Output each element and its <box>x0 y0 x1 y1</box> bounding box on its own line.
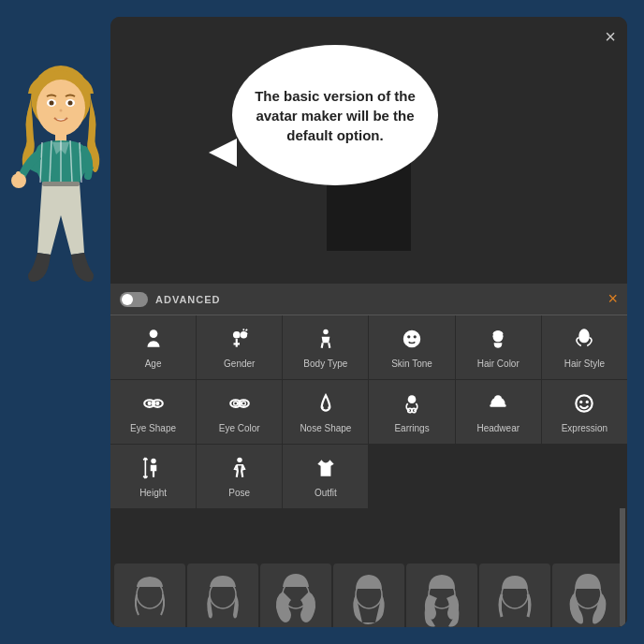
eye-color-label: Eye Color <box>219 423 260 434</box>
option-hair-color[interactable]: Hair Color <box>456 315 541 379</box>
skin-tone-icon <box>400 327 424 355</box>
skin-tone-label: Skin Tone <box>391 359 432 370</box>
hair-color-icon <box>486 327 510 355</box>
hair-thumb-3[interactable] <box>260 564 331 627</box>
svg-point-52 <box>60 110 63 112</box>
option-age[interactable]: Age <box>110 315 196 379</box>
body-type-label: Body Type <box>303 359 347 370</box>
toggle-knob <box>122 294 133 305</box>
hair-style-icon <box>572 327 596 355</box>
earrings-label: Earrings <box>394 423 429 434</box>
svg-point-19 <box>242 402 245 405</box>
option-pose[interactable]: Pose <box>197 445 282 508</box>
option-hair-style[interactable]: Hair Style <box>542 315 627 379</box>
svg-point-5 <box>407 335 410 338</box>
svg-rect-25 <box>490 404 506 407</box>
hair-thumb-4[interactable] <box>333 564 404 627</box>
svg-point-28 <box>580 401 583 403</box>
option-expression[interactable]: Expression <box>542 380 627 444</box>
height-icon <box>141 456 166 484</box>
svg-rect-60 <box>16 171 21 183</box>
earrings-icon <box>400 391 424 419</box>
svg-rect-61 <box>42 182 80 186</box>
age-icon <box>141 327 166 355</box>
svg-point-31 <box>237 458 242 462</box>
svg-point-20 <box>322 406 324 408</box>
body-type-icon <box>314 327 338 355</box>
gender-icon <box>227 327 252 355</box>
bitmoji-character <box>9 37 112 341</box>
option-eye-color[interactable]: Eye Color <box>197 380 282 444</box>
eye-shape-label: Eye Shape <box>130 423 176 434</box>
nose-shape-label: Nose Shape <box>300 423 351 434</box>
option-gender[interactable]: Gender <box>197 315 282 379</box>
speech-bubble: The basic version of the avatar maker wi… <box>232 45 438 185</box>
option-height[interactable]: Height <box>110 445 196 508</box>
svg-point-26 <box>494 395 503 403</box>
option-earrings[interactable]: Earrings <box>369 380 454 444</box>
option-outfit[interactable]: Outfit <box>283 445 368 508</box>
svg-point-30 <box>151 459 155 463</box>
pose-label: Pose <box>228 488 250 499</box>
advanced-close-button[interactable]: × <box>607 289 618 309</box>
main-modal: × The basic version of the avatar maker … <box>110 17 627 627</box>
pose-icon <box>227 456 252 484</box>
outfit-label: Outfit <box>315 488 337 499</box>
eye-shape-icon <box>141 391 166 419</box>
option-nose-shape[interactable]: Nose Shape <box>283 380 368 444</box>
hair-style-label: Hair Style <box>564 359 605 370</box>
options-grid: Age Gender <box>110 315 627 508</box>
thumbnails-grid: ✓ <box>110 560 627 627</box>
nose-shape-icon <box>314 391 338 419</box>
svg-point-21 <box>328 406 329 408</box>
expression-icon <box>572 391 596 419</box>
speech-bubble-text: The basic version of the avatar maker wi… <box>251 86 419 145</box>
hair-color-label: Hair Color <box>477 359 520 370</box>
eye-color-icon <box>227 391 252 419</box>
svg-point-29 <box>586 401 589 403</box>
svg-point-0 <box>149 329 157 338</box>
advanced-toggle[interactable] <box>120 292 148 307</box>
hair-thumb-2[interactable] <box>187 564 258 627</box>
thumbnails-section: ✓ <box>110 560 627 627</box>
hair-thumb-6[interactable] <box>479 564 550 627</box>
svg-point-51 <box>68 101 73 106</box>
expression-label: Expression <box>562 423 607 434</box>
svg-point-47 <box>37 80 85 136</box>
outfit-icon <box>314 456 338 484</box>
hair-thumb-7[interactable] <box>552 564 623 627</box>
advanced-panel: ADVANCED × Age <box>110 284 627 508</box>
svg-point-22 <box>408 395 417 403</box>
option-eye-shape[interactable]: Eye Shape <box>110 380 196 444</box>
gender-label: Gender <box>224 359 255 370</box>
hair-thumb-5[interactable] <box>406 564 477 627</box>
headwear-label: Headwear <box>476 423 520 434</box>
svg-point-4 <box>403 330 419 346</box>
main-close-button[interactable]: × <box>605 26 616 48</box>
svg-point-8 <box>493 330 504 337</box>
hair-thumb-1[interactable] <box>114 564 185 627</box>
option-skin-tone[interactable]: Skin Tone <box>369 315 454 379</box>
svg-point-6 <box>414 335 417 338</box>
height-label: Height <box>139 488 167 499</box>
svg-point-11 <box>147 402 151 405</box>
svg-point-1 <box>233 331 241 339</box>
option-headwear[interactable]: Headwear <box>456 380 541 444</box>
age-label: Age <box>145 359 162 370</box>
advanced-header: ADVANCED × <box>110 284 627 315</box>
svg-point-49 <box>50 101 54 106</box>
svg-point-3 <box>323 329 328 334</box>
option-body-type[interactable]: Body Type <box>283 315 368 379</box>
headwear-icon <box>486 391 510 419</box>
advanced-label: ADVANCED <box>155 294 607 305</box>
svg-point-13 <box>155 402 159 405</box>
svg-point-16 <box>234 402 237 405</box>
